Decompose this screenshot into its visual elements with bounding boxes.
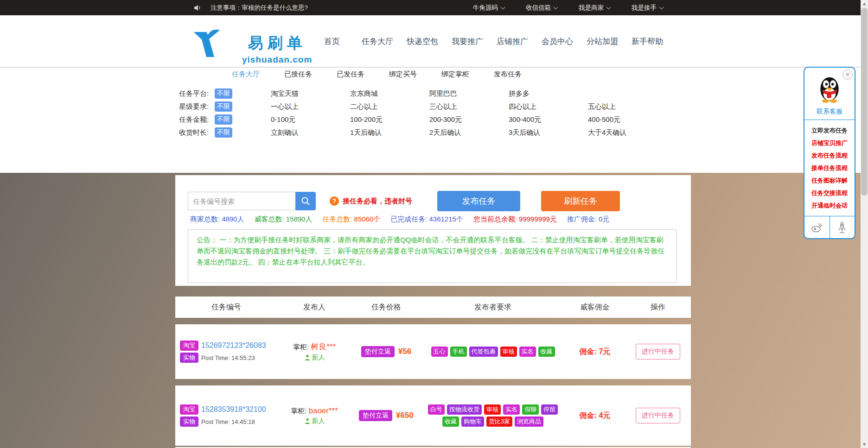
filter-option[interactable]: 三心以上 [429,102,509,111]
qq-panel-link[interactable]: 接单任务流程 [804,162,855,174]
main-nav-item[interactable]: 分站加盟 [587,36,618,47]
qq-panel-link[interactable]: 店铺宝贝推广 [804,137,855,149]
filter-label: 任务金额: [179,115,215,124]
publisher-cell: 掌柜: baoer*** 新人 [277,406,351,425]
subnav-item[interactable]: 任务大厅 [232,70,260,79]
subnav-item[interactable]: 已发任务 [337,70,364,79]
filter-option[interactable]: 立刻确认 [271,128,350,137]
subnav-item[interactable]: 已接任务 [284,70,312,79]
task-id-cell: 淘宝 1526972123*26083 实物 Post Time: 14:55:… [175,341,277,363]
newbie-label: 新人 [312,353,325,362]
speaker-icon [194,4,201,13]
filter-option[interactable]: 淘宝天猫 [271,89,350,98]
task-action-button[interactable]: 进行中任务 [636,408,680,423]
shopkeeper-name[interactable]: 树良*** [311,342,336,351]
subnav-item[interactable]: 绑定买号 [389,70,417,79]
stat-item: 您当前总余额:99999999元 [473,215,557,224]
filter-row-platform: 任务平台: 不限 淘宝天猫京东商城阿里巴巴拼多多 [179,87,868,100]
page: 注意事项：审核的任务是什么意思? 牛角源码收信信箱我是商家我是接手 易刷单 yi… [0,0,868,448]
filter-option[interactable]: 3天后确认 [509,128,588,137]
main-nav-item[interactable]: 首页 [324,36,340,47]
filter-any-button[interactable]: 不限 [215,101,232,112]
filter-option[interactable]: 大于4天确认 [588,128,667,137]
question-icon[interactable]: ? [330,196,339,206]
filter-option[interactable]: 300-400元 [509,115,588,124]
main-nav-item[interactable]: 任务大厅 [362,36,393,47]
qq-panel-link[interactable]: 开通临时会话 [804,199,855,212]
top-announcement-bar: 注意事项：审核的任务是什么意思? 牛角源码收信信箱我是商家我是接手 [0,0,868,15]
task-action-button[interactable]: 进行中任务 [636,344,680,360]
task-tag: 浏览商品 [515,416,543,427]
scroll-down-arrow[interactable]: ▼ [861,441,868,448]
col-header-action: 操作 [625,303,691,312]
topbar-menu-item[interactable]: 我是商家 [579,4,610,12]
commission-label: 佣金: [580,411,597,419]
notice-box: 公告： 一：为方便刷手接任务时好联系商家，请所有商家勿必开通QQ临时会话，不会开… [188,229,677,283]
filter-option[interactable]: 100-200元 [350,115,429,124]
qq-panel-link[interactable]: 任务交接流程 [804,187,855,199]
topbar-menu-item[interactable]: 我是接手 [632,4,663,12]
filter-option[interactable]: 京东商城 [350,89,429,98]
task-id-cell: 淘宝 1528353918*32100 实物 Post Time: 14:45:… [175,404,277,427]
scrollbar[interactable]: ▲ ▼ [861,0,868,448]
rocket-icon[interactable] [830,216,855,238]
weibo-icon[interactable] [804,216,830,238]
scroll-up-arrow[interactable]: ▲ [861,0,868,7]
filter-any-button[interactable]: 不限 [215,114,232,125]
filter-label: 星级要求: [179,102,215,111]
filter-any-button[interactable]: 不限 [215,127,232,138]
task-tag: 五心 [431,347,448,357]
filter-option[interactable]: 200-300元 [429,115,509,124]
type-badge: 实物 [180,416,198,427]
requirements-cell: 白号按物流收货审核实名假聊停留收藏购物车货比3家浏览商品 [421,404,565,427]
filter-option[interactable]: 一心以上 [271,102,350,111]
stat-item: 推广佣金:0元 [567,215,610,224]
task-id-link[interactable]: 1526972123*26083 [201,341,266,350]
filter-option[interactable]: 二心以上 [350,102,429,111]
refresh-task-button[interactable]: 刷新任务 [541,191,620,211]
stats-row: 商家总数:4890人威客总数:15890人任务总数:85060个已完成任务:43… [190,215,609,224]
qq-panel-link[interactable]: 发布任务流程 [804,149,855,162]
site-logo[interactable]: 易刷单 yishuadan.com [194,22,312,65]
filter-any-button[interactable]: 不限 [215,88,232,99]
filter-label: 收货时长: [179,128,215,137]
qq-penguin-icon [815,75,844,103]
task-tag: 停留 [541,404,558,415]
filter-option[interactable]: 阿里巴巴 [429,89,509,98]
publisher-cell: 掌柜: 树良*** 新人 [277,341,351,362]
filter-option[interactable]: 拼多多 [509,89,588,98]
filter-option[interactable]: 1天后确认 [350,128,429,137]
topbar-menu-item[interactable]: 收信信箱 [526,4,557,12]
scrollbar-thumb[interactable] [861,8,868,196]
main-nav-item[interactable]: 店铺推广 [497,36,528,47]
publish-task-button[interactable]: 发布任务 [437,191,520,211]
shopkeeper-name[interactable]: baoer*** [309,406,338,415]
main-nav-item[interactable]: 新手帮助 [632,36,663,47]
close-icon[interactable]: ✕ [842,69,853,80]
filter-option[interactable]: 0-100元 [271,115,350,124]
filter-option[interactable]: 2天后确认 [429,128,509,137]
filter-option[interactable]: 400-500元 [588,115,667,124]
subnav-item[interactable]: 绑定掌柜 [441,70,469,79]
subnav-item[interactable]: 发布任务 [494,70,522,79]
search-input[interactable] [188,192,295,210]
task-id-link[interactable]: 1528353918*32100 [201,405,266,414]
filter-label: 任务平台: [179,89,215,98]
commission-cell: 佣金: 7元 [565,347,625,357]
filter-option[interactable]: 五心以上 [588,102,667,111]
topbar-announcement[interactable]: 注意事项：审核的任务是什么意思? [211,4,308,12]
main-nav-item[interactable]: 会员中心 [542,36,573,47]
qq-panel-link[interactable]: 立即发布任务 [804,124,855,137]
main-nav-item[interactable]: 快递空包 [407,36,438,47]
task-tag: 收藏 [538,347,555,357]
contact-service-link[interactable]: 联系客服 [804,107,855,116]
qq-panel-link[interactable]: 任务图标详解 [804,174,855,187]
task-row: 淘宝 1528353918*32100 实物 Post Time: 14:45:… [175,385,691,446]
main-nav-item[interactable]: 我要推广 [452,36,483,47]
task-tag: 审核 [500,347,517,357]
task-tag: 假聊 [522,404,539,415]
search-button[interactable] [295,192,316,210]
topbar-menu-item[interactable]: 牛角源码 [473,4,504,12]
filter-option[interactable]: 四心以上 [509,102,588,111]
shopkeeper-label: 掌柜: [293,343,309,351]
